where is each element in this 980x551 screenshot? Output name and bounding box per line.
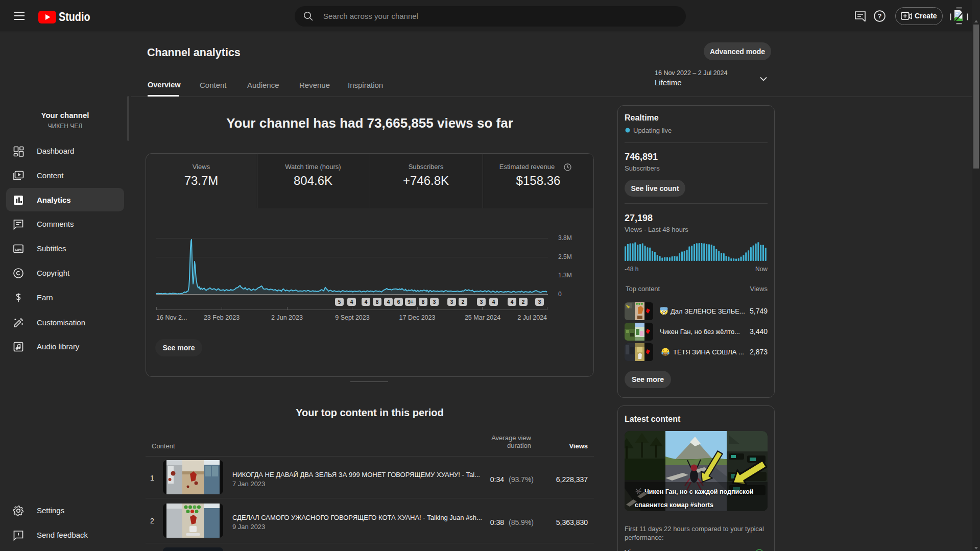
svg-text:?: ? <box>878 12 882 20</box>
